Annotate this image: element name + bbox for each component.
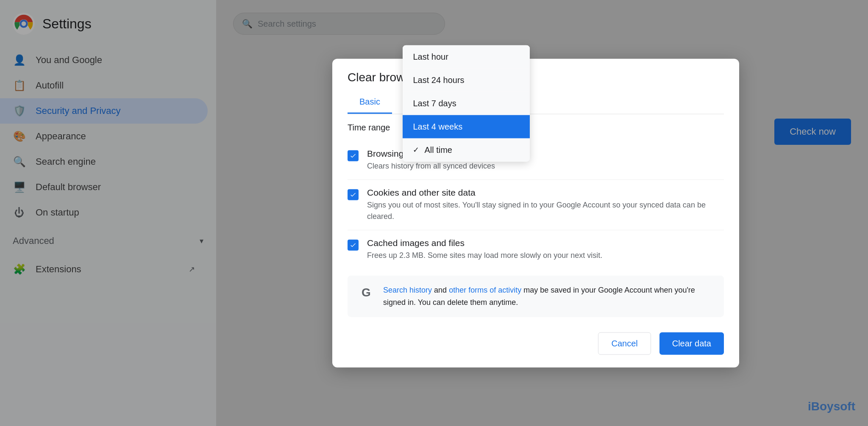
clear-data-button[interactable]: Clear data xyxy=(659,332,724,354)
modal-header: Clear brow... xyxy=(332,59,739,84)
time-range-dropdown-menu: Last hour Last 24 hours Last 7 days Last… xyxy=(403,45,530,161)
cached-images-label: Cached images and files xyxy=(367,238,602,248)
dropdown-option-label: Last 24 hours xyxy=(413,75,464,85)
dropdown-option-last-4-weeks[interactable]: Last 4 weeks xyxy=(403,115,530,138)
dropdown-option-last-7-days[interactable]: Last 7 days xyxy=(403,91,530,115)
cookies-text: Cookies and other site data Signs you ou… xyxy=(367,188,724,222)
google-g-icon: G xyxy=(358,284,375,301)
cookies-description: Signs you out of most sites. You'll stay… xyxy=(367,199,724,222)
google-info-box: G Search history and other forms of acti… xyxy=(348,276,724,317)
modal-footer: Cancel Clear data xyxy=(332,324,739,354)
dropdown-option-label: Last 7 days xyxy=(413,98,456,108)
time-range-row: Time range Last hour Last 24 hours Last … xyxy=(332,114,739,141)
browsing-history-checkbox[interactable] xyxy=(348,150,359,161)
checkbox-item-cookies: Cookies and other site data Signs you ou… xyxy=(348,180,724,230)
tab-basic[interactable]: Basic xyxy=(348,91,392,114)
dropdown-option-last-hour[interactable]: Last hour xyxy=(403,45,530,68)
search-history-link[interactable]: Search history xyxy=(383,286,432,294)
cached-images-description: Frees up 2.3 MB. Some sites may load mor… xyxy=(367,250,602,261)
time-range-label: Time range xyxy=(348,123,390,133)
cached-images-text: Cached images and files Frees up 2.3 MB.… xyxy=(367,238,602,261)
cached-images-checkbox[interactable] xyxy=(348,240,359,251)
checkmark-icon: ✓ xyxy=(413,145,419,155)
checkbox-item-cached-images: Cached images and files Frees up 2.3 MB.… xyxy=(348,230,724,269)
dropdown-option-label: Last 4 weeks xyxy=(413,122,462,131)
cookies-label: Cookies and other site data xyxy=(367,188,724,198)
cancel-button[interactable]: Cancel xyxy=(598,332,651,354)
dropdown-option-label: All time xyxy=(424,145,452,155)
cookies-checkbox[interactable] xyxy=(348,189,359,200)
checkbox-section: Browsing history Clears history from all… xyxy=(332,141,739,269)
dropdown-option-last-24-hours[interactable]: Last 24 hours xyxy=(403,68,530,91)
browsing-history-description: Clears history from all synced devices xyxy=(367,160,495,172)
dropdown-option-all-time[interactable]: ✓ All time xyxy=(403,138,530,161)
dropdown-option-label: Last hour xyxy=(413,52,448,61)
info-text-middle: and xyxy=(434,286,449,294)
google-info-text: Search history and other forms of activi… xyxy=(383,284,714,309)
clear-browsing-data-modal: Clear brow... Basic Advanced Time range … xyxy=(332,59,739,368)
other-activity-link[interactable]: other forms of activity xyxy=(449,286,521,294)
